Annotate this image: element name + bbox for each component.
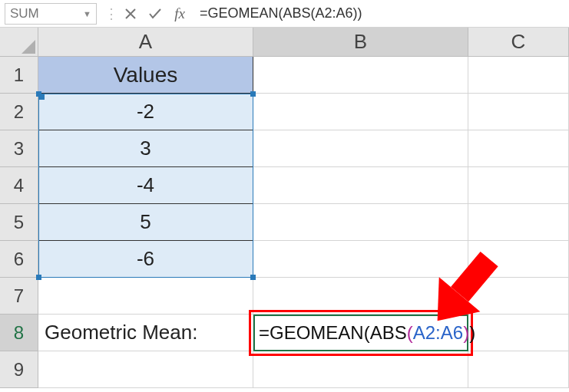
separator-icon: ⋮	[104, 5, 118, 22]
cell-C2[interactable]	[468, 94, 569, 130]
row-header-8[interactable]: 8	[0, 315, 38, 351]
cell-C5[interactable]	[468, 204, 569, 241]
row-5: 5 5	[0, 204, 569, 241]
editing-cell-B8[interactable]: =GEOMEAN(ABS(A2:A6))	[253, 315, 468, 351]
row-header-9[interactable]: 9	[0, 351, 38, 388]
cell-B4[interactable]	[253, 167, 468, 204]
row-header-6[interactable]: 6	[0, 241, 38, 278]
cell-A7[interactable]	[38, 278, 253, 315]
cell-B9[interactable]	[253, 351, 468, 388]
row-4: 4 -4	[0, 167, 569, 204]
name-box-value: SUM	[10, 6, 39, 21]
formula-part-fn1: =GEOMEAN	[259, 322, 364, 344]
cell-C1[interactable]	[468, 57, 569, 94]
cell-B7[interactable]	[253, 278, 468, 315]
formula-input[interactable]: =GEOMEAN(ABS(A2:A6))	[192, 4, 569, 23]
formula-part-open2: (	[407, 322, 413, 344]
row-header-1[interactable]: 1	[0, 57, 38, 94]
fx-icon[interactable]: fx	[167, 5, 192, 22]
cell-B6[interactable]	[253, 241, 468, 278]
cell-A1[interactable]: Values	[38, 57, 253, 94]
name-box[interactable]: SUM ▼	[5, 3, 97, 25]
row-1: 1 Values	[0, 57, 569, 94]
cell-B5[interactable]	[253, 204, 468, 241]
col-header-B[interactable]: B	[253, 28, 468, 57]
cell-A5[interactable]: 5	[38, 204, 253, 241]
row-header-5[interactable]: 5	[0, 204, 38, 241]
row-6: 6 -6	[0, 241, 569, 278]
cell-C8[interactable]	[468, 315, 569, 351]
cancel-button[interactable]	[118, 8, 143, 20]
cell-A6[interactable]: -6	[38, 241, 253, 278]
row-2: 2 -2	[0, 94, 569, 130]
cell-C7[interactable]	[468, 278, 569, 315]
chevron-down-icon: ▼	[83, 9, 91, 18]
row-header-4[interactable]: 4	[0, 167, 38, 204]
cell-B3[interactable]	[253, 130, 468, 167]
select-all-corner[interactable]	[0, 28, 38, 57]
cell-C3[interactable]	[468, 130, 569, 167]
cell-C9[interactable]	[468, 351, 569, 388]
formula-part-ref: A2:A6	[413, 322, 463, 344]
row-header-7[interactable]: 7	[0, 278, 38, 315]
row-3: 3 3	[0, 130, 569, 167]
cell-C4[interactable]	[468, 167, 569, 204]
formula-part-open1: (	[364, 322, 370, 344]
cell-B1[interactable]	[253, 57, 468, 94]
row-header-3[interactable]: 3	[0, 130, 38, 167]
cell-C6[interactable]	[468, 241, 569, 278]
col-header-A[interactable]: A	[38, 28, 253, 57]
formula-part-fn2: ABS	[370, 322, 407, 344]
enter-button[interactable]	[143, 8, 167, 20]
cell-A3[interactable]: 3	[38, 130, 253, 167]
formula-part-close1: )	[469, 322, 475, 344]
cell-A4[interactable]: -4	[38, 167, 253, 204]
cell-A2[interactable]: -2	[38, 94, 253, 130]
spreadsheet-grid: A B C 1 Values 2 -2 3 3 4 -4 5 5 6 -6	[0, 28, 569, 388]
row-9: 9	[0, 351, 569, 388]
formula-part-close2: )	[463, 322, 469, 344]
cell-A9[interactable]	[38, 351, 253, 388]
col-header-C[interactable]: C	[468, 28, 569, 57]
row-header-2[interactable]: 2	[0, 94, 38, 130]
cell-A8[interactable]: Geometric Mean:	[38, 315, 253, 351]
formula-bar: SUM ▼ ⋮ fx =GEOMEAN(ABS(A2:A6))	[0, 0, 569, 28]
cell-B2[interactable]	[253, 94, 468, 130]
column-headers: A B C	[0, 28, 569, 57]
row-7: 7	[0, 278, 569, 315]
